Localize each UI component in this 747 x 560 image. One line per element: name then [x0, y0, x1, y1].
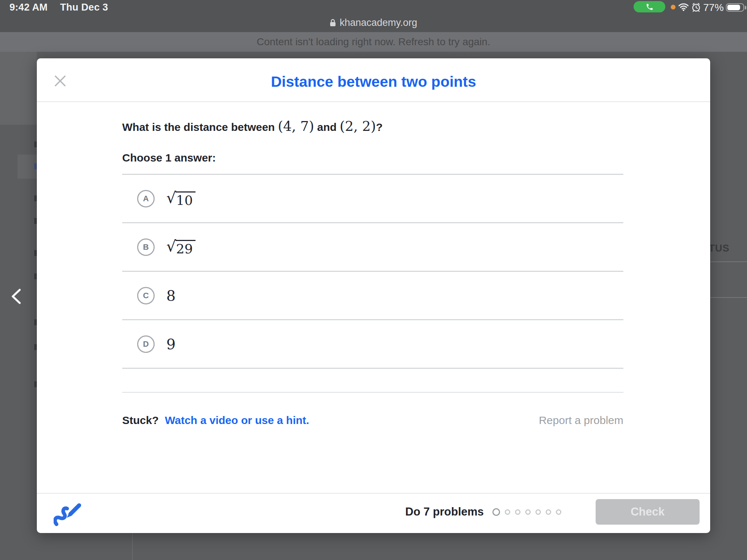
alarm-icon: [691, 2, 701, 12]
progress-dot: [492, 508, 500, 516]
question-connector: and: [314, 121, 340, 133]
progress-dot: [535, 509, 541, 515]
phone-icon: [646, 3, 654, 11]
chevron-left-icon[interactable]: [10, 288, 23, 305]
choose-answer-label: Choose 1 answer:: [122, 152, 216, 164]
progress-label: Do 7 problems: [405, 505, 484, 518]
option-value: √10: [166, 190, 196, 207]
text-fragment: [34, 319, 37, 325]
battery-tip: [745, 6, 746, 9]
progress-dot: [515, 509, 520, 515]
lock-icon: [330, 19, 336, 27]
text-fragment: [34, 273, 37, 279]
answer-option-c[interactable]: C8: [122, 271, 623, 319]
dimmed-sidebar-strip: [0, 52, 37, 125]
text-fragment: [34, 381, 37, 387]
answer-option-b[interactable]: B√29: [122, 222, 623, 271]
text-fragment: [34, 218, 37, 224]
progress-indicator: Do 7 problems: [405, 499, 561, 525]
progress-dot: [556, 509, 561, 515]
check-button-label: Check: [631, 505, 665, 518]
loading-error-banner: Content isn't loading right now. Refresh…: [0, 32, 747, 52]
banner-message: Content isn't loading right now. Refresh…: [257, 36, 490, 48]
question-point-b: (2, 2): [340, 118, 376, 134]
divider: [711, 297, 747, 298]
status-column-fragment: TUS: [709, 243, 729, 254]
modal-title: Distance between two points: [37, 73, 710, 90]
option-radio[interactable]: C: [137, 287, 155, 304]
progress-dot: [525, 509, 531, 515]
hint-link[interactable]: Watch a video or use a hint.: [165, 414, 309, 427]
progress-dots: [492, 508, 561, 516]
answer-option-d[interactable]: D9: [122, 319, 623, 368]
status-date: Thu Dec 3: [60, 2, 108, 13]
progress-dot: [505, 509, 510, 515]
text-fragment: [34, 195, 37, 201]
battery-fill: [727, 5, 740, 10]
status-and-address-bar: 9:42 AMThu Dec 3 77% khanacademy.org: [0, 0, 747, 32]
divider: [132, 533, 133, 560]
clock: 9:42 AMThu Dec 3: [9, 2, 108, 13]
text-fragment: [34, 163, 37, 169]
battery-percent: 77%: [703, 2, 724, 13]
question-text: What is the distance between (4, 7) and …: [122, 118, 383, 136]
question-suffix: ?: [376, 121, 383, 133]
option-radio[interactable]: A: [137, 190, 155, 207]
divider: [711, 261, 747, 262]
check-button[interactable]: Check: [596, 499, 700, 525]
battery-icon: [726, 3, 744, 12]
address-domain: khanacademy.org: [340, 17, 417, 28]
divider: [37, 101, 710, 102]
stuck-label: Stuck?: [122, 414, 159, 427]
phone-call-pill[interactable]: [634, 1, 665, 12]
answer-options: A√10B√29C8D9: [122, 174, 623, 369]
text-fragment: [34, 250, 37, 256]
question-point-a: (4, 7): [278, 118, 314, 134]
wifi-icon: [678, 3, 689, 11]
stuck-row: Stuck? Watch a video or use a hint. Repo…: [122, 414, 623, 427]
exercise-modal: Distance between two points What is the …: [37, 58, 710, 533]
option-value: 8: [166, 287, 175, 304]
progress-dot: [546, 509, 551, 515]
answer-option-a[interactable]: A√10: [122, 174, 623, 222]
divider: [37, 493, 710, 494]
text-fragment: [34, 344, 37, 350]
address-bar[interactable]: khanacademy.org: [0, 15, 747, 31]
option-value: 9: [166, 336, 175, 353]
status-time: 9:42 AM: [9, 2, 48, 13]
option-radio[interactable]: D: [137, 335, 155, 353]
option-radio[interactable]: B: [137, 238, 155, 256]
report-problem-link[interactable]: Report a problem: [539, 414, 623, 427]
scratchpad-pen-icon[interactable]: [54, 501, 82, 527]
question-prefix: What is the distance between: [122, 121, 278, 133]
option-value: √29: [166, 239, 196, 256]
recording-dot: [671, 5, 676, 9]
text-fragment: [34, 141, 37, 147]
divider: [122, 392, 623, 393]
